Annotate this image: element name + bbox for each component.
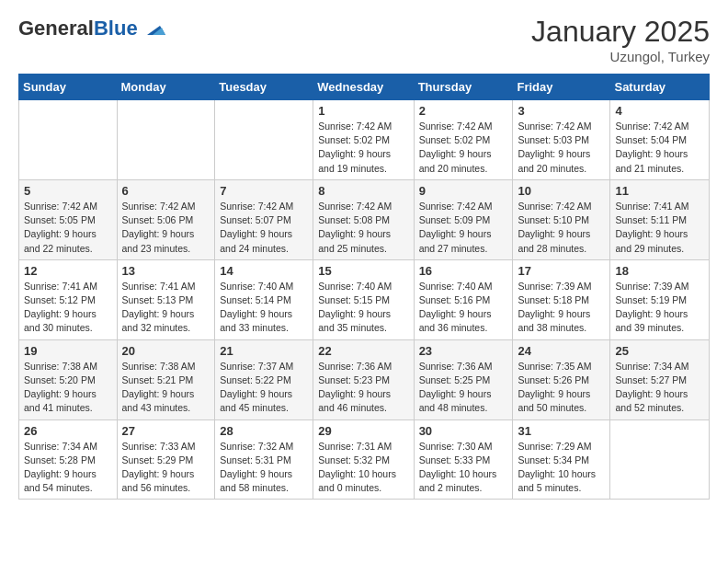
day-info: Sunrise: 7:29 AMSunset: 5:34 PMDaylight:… bbox=[518, 440, 605, 496]
day-info: Sunrise: 7:34 AMSunset: 5:28 PMDaylight:… bbox=[24, 440, 112, 496]
header: GeneralBlue January 2025 Uzungol, Turkey bbox=[18, 15, 710, 64]
calendar-cell: 1Sunrise: 7:42 AMSunset: 5:02 PMDaylight… bbox=[313, 100, 414, 180]
calendar-page: GeneralBlue January 2025 Uzungol, Turkey… bbox=[0, 0, 728, 514]
day-info: Sunrise: 7:42 AMSunset: 5:09 PMDaylight:… bbox=[419, 200, 508, 256]
day-info: Sunrise: 7:42 AMSunset: 5:07 PMDaylight:… bbox=[220, 200, 308, 256]
calendar-cell: 30Sunrise: 7:30 AMSunset: 5:33 PMDayligh… bbox=[414, 419, 513, 500]
day-number: 4 bbox=[615, 104, 704, 118]
calendar-cell: 20Sunrise: 7:38 AMSunset: 5:21 PMDayligh… bbox=[117, 339, 215, 419]
day-number: 23 bbox=[419, 344, 508, 358]
location: Uzungol, Turkey bbox=[531, 49, 710, 64]
day-info: Sunrise: 7:32 AMSunset: 5:31 PMDaylight:… bbox=[220, 440, 308, 496]
logo-icon bbox=[140, 15, 167, 42]
day-number: 15 bbox=[318, 264, 408, 278]
day-info: Sunrise: 7:42 AMSunset: 5:04 PMDaylight:… bbox=[615, 120, 704, 176]
day-info: Sunrise: 7:40 AMSunset: 5:15 PMDaylight:… bbox=[318, 280, 408, 336]
day-number: 2 bbox=[419, 104, 508, 118]
day-info: Sunrise: 7:39 AMSunset: 5:18 PMDaylight:… bbox=[518, 280, 605, 336]
day-number: 6 bbox=[122, 184, 210, 198]
day-number: 5 bbox=[24, 184, 112, 198]
calendar-cell: 25Sunrise: 7:34 AMSunset: 5:27 PMDayligh… bbox=[610, 339, 710, 419]
day-number: 16 bbox=[419, 264, 508, 278]
logo-text: GeneralBlue bbox=[18, 17, 138, 40]
day-number: 21 bbox=[220, 344, 308, 358]
calendar-table: SundayMondayTuesdayWednesdayThursdayFrid… bbox=[18, 74, 710, 500]
calendar-cell: 2Sunrise: 7:42 AMSunset: 5:02 PMDaylight… bbox=[414, 100, 513, 180]
day-number: 1 bbox=[318, 104, 408, 118]
day-info: Sunrise: 7:42 AMSunset: 5:06 PMDaylight:… bbox=[122, 200, 210, 256]
calendar-cell: 15Sunrise: 7:40 AMSunset: 5:15 PMDayligh… bbox=[313, 259, 414, 339]
day-number: 13 bbox=[122, 264, 210, 278]
calendar-cell: 10Sunrise: 7:42 AMSunset: 5:10 PMDayligh… bbox=[513, 179, 610, 259]
calendar-cell: 13Sunrise: 7:41 AMSunset: 5:13 PMDayligh… bbox=[117, 259, 215, 339]
week-row-5: 26Sunrise: 7:34 AMSunset: 5:28 PMDayligh… bbox=[19, 419, 710, 500]
day-number: 27 bbox=[122, 424, 210, 438]
day-info: Sunrise: 7:40 AMSunset: 5:16 PMDaylight:… bbox=[419, 280, 508, 336]
day-number: 20 bbox=[122, 344, 210, 358]
calendar-cell: 26Sunrise: 7:34 AMSunset: 5:28 PMDayligh… bbox=[19, 419, 118, 500]
day-info: Sunrise: 7:41 AMSunset: 5:11 PMDaylight:… bbox=[615, 200, 704, 256]
day-number: 19 bbox=[24, 344, 112, 358]
weekday-header-sunday: Sunday bbox=[19, 75, 118, 100]
calendar-cell: 3Sunrise: 7:42 AMSunset: 5:03 PMDaylight… bbox=[513, 100, 610, 180]
day-info: Sunrise: 7:42 AMSunset: 5:02 PMDaylight:… bbox=[318, 120, 408, 176]
day-number: 11 bbox=[615, 184, 704, 198]
day-info: Sunrise: 7:42 AMSunset: 5:03 PMDaylight:… bbox=[518, 120, 605, 176]
calendar-cell: 12Sunrise: 7:41 AMSunset: 5:12 PMDayligh… bbox=[19, 259, 118, 339]
day-info: Sunrise: 7:38 AMSunset: 5:21 PMDaylight:… bbox=[122, 360, 210, 416]
day-info: Sunrise: 7:30 AMSunset: 5:33 PMDaylight:… bbox=[419, 440, 508, 496]
weekday-header-thursday: Thursday bbox=[414, 75, 513, 100]
calendar-cell: 8Sunrise: 7:42 AMSunset: 5:08 PMDaylight… bbox=[313, 179, 414, 259]
day-info: Sunrise: 7:36 AMSunset: 5:25 PMDaylight:… bbox=[419, 360, 508, 416]
day-number: 12 bbox=[24, 264, 112, 278]
day-info: Sunrise: 7:42 AMSunset: 5:08 PMDaylight:… bbox=[318, 200, 408, 256]
day-number: 18 bbox=[615, 264, 704, 278]
day-info: Sunrise: 7:41 AMSunset: 5:12 PMDaylight:… bbox=[24, 280, 112, 336]
week-row-3: 12Sunrise: 7:41 AMSunset: 5:12 PMDayligh… bbox=[19, 259, 710, 339]
day-info: Sunrise: 7:39 AMSunset: 5:19 PMDaylight:… bbox=[615, 280, 704, 336]
calendar-cell: 28Sunrise: 7:32 AMSunset: 5:31 PMDayligh… bbox=[215, 419, 313, 500]
day-info: Sunrise: 7:35 AMSunset: 5:26 PMDaylight:… bbox=[518, 360, 605, 416]
day-info: Sunrise: 7:42 AMSunset: 5:02 PMDaylight:… bbox=[419, 120, 508, 176]
day-info: Sunrise: 7:42 AMSunset: 5:05 PMDaylight:… bbox=[24, 200, 112, 256]
day-info: Sunrise: 7:41 AMSunset: 5:13 PMDaylight:… bbox=[122, 280, 210, 336]
calendar-cell: 22Sunrise: 7:36 AMSunset: 5:23 PMDayligh… bbox=[313, 339, 414, 419]
day-number: 26 bbox=[24, 424, 112, 438]
weekday-header-tuesday: Tuesday bbox=[215, 75, 313, 100]
calendar-cell: 14Sunrise: 7:40 AMSunset: 5:14 PMDayligh… bbox=[215, 259, 313, 339]
week-row-2: 5Sunrise: 7:42 AMSunset: 5:05 PMDaylight… bbox=[19, 179, 710, 259]
day-info: Sunrise: 7:34 AMSunset: 5:27 PMDaylight:… bbox=[615, 360, 704, 416]
calendar-cell bbox=[19, 100, 118, 180]
calendar-cell: 9Sunrise: 7:42 AMSunset: 5:09 PMDaylight… bbox=[414, 179, 513, 259]
day-number: 30 bbox=[419, 424, 508, 438]
calendar-cell bbox=[610, 419, 710, 500]
calendar-cell: 6Sunrise: 7:42 AMSunset: 5:06 PMDaylight… bbox=[117, 179, 215, 259]
day-info: Sunrise: 7:40 AMSunset: 5:14 PMDaylight:… bbox=[220, 280, 308, 336]
weekday-header-row: SundayMondayTuesdayWednesdayThursdayFrid… bbox=[19, 75, 710, 100]
calendar-cell: 11Sunrise: 7:41 AMSunset: 5:11 PMDayligh… bbox=[610, 179, 710, 259]
week-row-1: 1Sunrise: 7:42 AMSunset: 5:02 PMDaylight… bbox=[19, 100, 710, 180]
weekday-header-saturday: Saturday bbox=[610, 75, 710, 100]
month-title: January 2025 bbox=[531, 15, 710, 49]
day-info: Sunrise: 7:31 AMSunset: 5:32 PMDaylight:… bbox=[318, 440, 408, 496]
title-block: January 2025 Uzungol, Turkey bbox=[531, 15, 710, 64]
logo: GeneralBlue bbox=[18, 15, 167, 42]
calendar-cell: 31Sunrise: 7:29 AMSunset: 5:34 PMDayligh… bbox=[513, 419, 610, 500]
day-info: Sunrise: 7:38 AMSunset: 5:20 PMDaylight:… bbox=[24, 360, 112, 416]
day-number: 10 bbox=[518, 184, 605, 198]
day-number: 3 bbox=[518, 104, 605, 118]
day-number: 17 bbox=[518, 264, 605, 278]
calendar-cell: 7Sunrise: 7:42 AMSunset: 5:07 PMDaylight… bbox=[215, 179, 313, 259]
calendar-cell: 27Sunrise: 7:33 AMSunset: 5:29 PMDayligh… bbox=[117, 419, 215, 500]
day-number: 9 bbox=[419, 184, 508, 198]
day-number: 31 bbox=[518, 424, 605, 438]
calendar-cell bbox=[215, 100, 313, 180]
day-number: 8 bbox=[318, 184, 408, 198]
day-info: Sunrise: 7:33 AMSunset: 5:29 PMDaylight:… bbox=[122, 440, 210, 496]
day-info: Sunrise: 7:37 AMSunset: 5:22 PMDaylight:… bbox=[220, 360, 308, 416]
day-number: 24 bbox=[518, 344, 605, 358]
calendar-cell: 21Sunrise: 7:37 AMSunset: 5:22 PMDayligh… bbox=[215, 339, 313, 419]
logo-general: General bbox=[18, 17, 94, 40]
day-number: 25 bbox=[615, 344, 704, 358]
day-number: 28 bbox=[220, 424, 308, 438]
